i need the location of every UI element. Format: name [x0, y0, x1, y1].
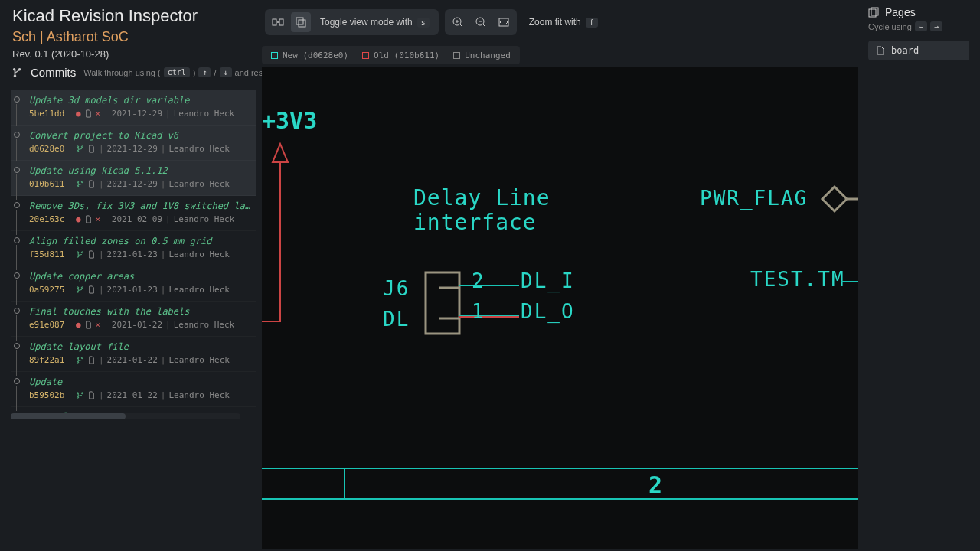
- commit-row[interactable]: Update using kicad 5.1.12010b611 | | 202…: [11, 161, 256, 196]
- schematic-canvas[interactable]: +3V3 Delay Line interface J6 DL 2 DL_I 1…: [262, 67, 858, 549]
- commit-meta: 89f22a1 | | 2021-01-22 | Leandro Heck: [29, 355, 251, 365]
- toolbar: Toggle view mode with s Zoom fit with f: [265, 9, 604, 35]
- zoom-fit-button[interactable]: [494, 12, 514, 32]
- commit-author: Leandro Heck: [168, 355, 229, 365]
- kbd-ctrl: ctrl: [164, 67, 190, 77]
- svg-rect-2: [296, 18, 303, 24]
- commit-author: Leandro Heck: [174, 109, 234, 119]
- commit-hash: d0628e0: [29, 144, 64, 154]
- commit-row[interactable]: Update layout file89f22a1 | | 2021-01-22…: [11, 337, 256, 372]
- app-subtitle: Sch | Astharot SoC: [12, 29, 198, 45]
- branch-icon: [76, 285, 84, 294]
- old-marker-icon: ●: [76, 109, 81, 119]
- commit-row[interactable]: Update copper areas0a59275 | | 2021-01-2…: [11, 266, 256, 302]
- sch-power-rail: +3V3: [262, 107, 317, 134]
- branch-icon: [76, 145, 84, 153]
- commit-message: Update using kicad 5.1.12: [29, 165, 251, 176]
- commit-meta: f35d811 | | 2021-01-23 | Leandro Heck: [29, 249, 251, 259]
- kbd-f: f: [586, 18, 598, 28]
- branch-icon: [76, 356, 84, 364]
- commit-hash: b59502b: [29, 390, 64, 400]
- commit-date: 2021-12-29: [112, 109, 162, 119]
- swatch-old-icon: [362, 52, 369, 59]
- commit-message: Update: [29, 377, 251, 387]
- commit-date: 2021-01-23: [107, 285, 158, 295]
- zoom-fit-label: Zoom fit with f: [523, 17, 604, 28]
- commit-date: 2021-01-22: [107, 390, 158, 400]
- sch-block-title-1: Delay Line: [413, 185, 550, 210]
- commit-date: 2021-01-22: [107, 355, 158, 365]
- swatch-unchanged-icon: [453, 52, 460, 59]
- commit-hash: e91e087: [29, 320, 64, 330]
- file-icon: [876, 46, 885, 55]
- file-diff-icon: [87, 285, 96, 294]
- commit-node-icon: [14, 272, 20, 279]
- sch-frame-number: 2: [648, 471, 662, 498]
- app-header: Kicad Revision Inspector Sch | Astharot …: [12, 6, 198, 60]
- commit-author: Leandro Heck: [168, 249, 229, 259]
- sch-connector-body: [426, 272, 459, 334]
- kbd-left: ←: [915, 21, 927, 31]
- file-diff-icon: [87, 145, 96, 153]
- zoom-in-button[interactable]: [448, 12, 468, 32]
- page-item-board[interactable]: board: [868, 41, 969, 60]
- commit-row[interactable]: Final touches with the labelse91e087 | ●…: [11, 302, 256, 337]
- branch-icon: [76, 180, 84, 188]
- kbd-s: s: [417, 18, 430, 28]
- old-marker-icon: ●: [76, 214, 81, 224]
- pages-title: Pages: [885, 6, 916, 18]
- sch-power-arrow-icon: [273, 144, 288, 162]
- commit-row[interactable]: Updateb59502b | | 2021-01-22 | Leandro H…: [11, 372, 256, 407]
- commit-node-icon: [14, 202, 20, 208]
- toggle-view-label: Toggle view mode with s: [314, 17, 436, 28]
- commit-node-icon: [14, 343, 20, 349]
- commit-meta: e91e087 | ●× | 2021-01-22 | Leandro Heck: [29, 320, 251, 330]
- commit-date: 2021-12-29: [107, 179, 158, 189]
- app-revision: Rev. 0.1 (2020-10-28): [12, 48, 198, 60]
- commit-node-icon: [14, 378, 20, 384]
- kbd-up: ↑: [198, 67, 211, 77]
- old-marker-icon: ●: [76, 320, 81, 330]
- commit-hash: 20e163c: [29, 214, 64, 224]
- commit-row[interactable]: Update 3d models dir variable5be11dd | ●…: [11, 90, 256, 126]
- commit-meta: 5be11dd | ●× | 2021-12-29 | Leandro Heck: [29, 109, 251, 119]
- commit-date: 2021-12-29: [107, 144, 158, 154]
- sch-pwr-flag: PWR_FLAG: [700, 187, 808, 210]
- legend-new[interactable]: New (d0628e0): [271, 51, 348, 60]
- commit-row[interactable]: Align filled zones on 0.5 mm gridf35d811…: [11, 231, 256, 266]
- commit-hash: 0a59275: [29, 285, 64, 295]
- commit-hash: 89f22a1: [29, 355, 64, 365]
- zoom-out-button[interactable]: [471, 12, 491, 32]
- commit-message: Convert project to Kicad v6: [29, 130, 251, 141]
- zoom-fit-icon: [498, 16, 510, 28]
- pages-icon: [868, 7, 879, 18]
- sch-frame-lines: [262, 468, 858, 499]
- commit-date: 2021-01-23: [107, 249, 158, 259]
- commit-row[interactable]: Convert project to Kicad v6d0628e0 | | 2…: [11, 126, 256, 161]
- sch-pin2-name: DL_I: [521, 269, 575, 293]
- sch-pin1-num: 1: [472, 300, 485, 323]
- removed-icon: ×: [96, 214, 101, 224]
- commit-author: Leandro Heck: [168, 179, 229, 189]
- commit-date: 2021-01-22: [112, 320, 162, 330]
- legend-old[interactable]: Old (010b611): [362, 51, 439, 60]
- side-by-side-icon: [272, 16, 284, 28]
- file-diff-icon: [87, 250, 96, 259]
- sch-pwr-flag-icon: [822, 187, 858, 211]
- commits-list[interactable]: Update 3d models dir variable5be11dd | ●…: [11, 90, 256, 419]
- scrollbar-thumb[interactable]: [11, 413, 126, 419]
- view-mode-side-by-side-button[interactable]: [268, 12, 288, 32]
- legend-unchanged[interactable]: Unchanged: [453, 51, 511, 60]
- commit-message: Update layout file: [29, 341, 251, 352]
- zoom-in-icon: [452, 16, 464, 28]
- commit-hash: f35d811: [29, 249, 64, 259]
- commits-title: Commits: [31, 66, 76, 79]
- branch-icon: [76, 391, 84, 399]
- pages-header: Pages: [868, 6, 969, 18]
- scrollbar-horizontal[interactable]: [11, 413, 240, 419]
- commit-author: Leandro Heck: [168, 285, 229, 295]
- commit-row[interactable]: Remove 3Ds, fix 3V3 and 1V8 switched lab…: [11, 196, 256, 231]
- commit-hash: 010b611: [29, 179, 64, 189]
- svg-rect-6: [499, 18, 508, 26]
- view-mode-overlay-button[interactable]: [291, 12, 311, 32]
